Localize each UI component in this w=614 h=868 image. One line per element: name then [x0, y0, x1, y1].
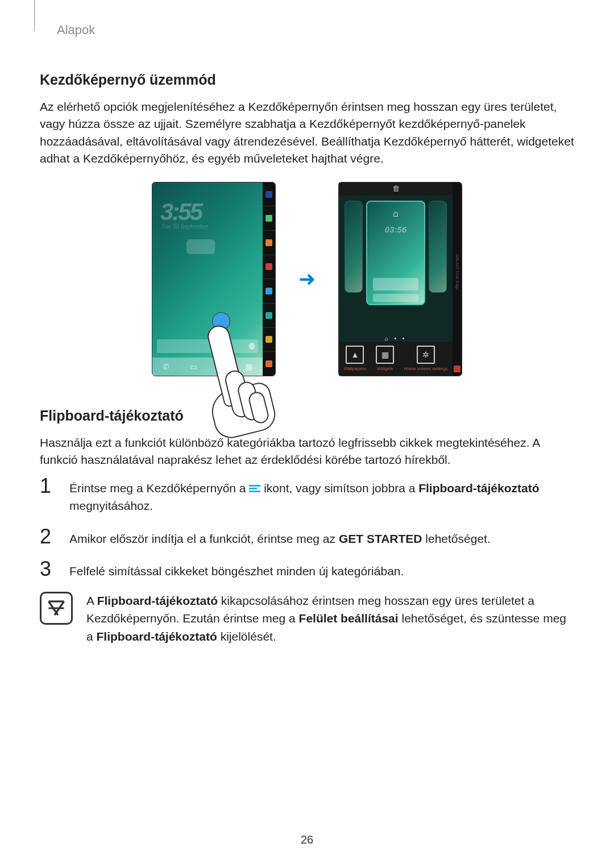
- messages-icon: ▭: [217, 362, 225, 371]
- note-b1: Flipboard-tájékoztató: [97, 594, 218, 607]
- phone-app-icon: [265, 215, 272, 222]
- para-flipboard: Használja ezt a funkciót különböző kateg…: [40, 434, 574, 469]
- fig-widget-blur: [186, 239, 215, 254]
- wallpaper-icon: ▲: [346, 346, 364, 364]
- camera-app-icon: [265, 312, 272, 319]
- mail-app-icon: [265, 263, 272, 270]
- fig-opt-settings-label: Home screen settings: [404, 366, 447, 371]
- fig-panel-right: [429, 201, 447, 293]
- fig-search-bar: [157, 339, 258, 353]
- step-1-bold: Flipboard-tájékoztató: [418, 481, 539, 495]
- note-b3: Flipboard-tájékoztató: [97, 630, 217, 643]
- flipboard-tile-icon: [249, 485, 260, 493]
- phone-icon: ✆: [163, 362, 169, 371]
- star-icon: [265, 191, 272, 198]
- fig-opt-widgets: ▦ Widgets: [376, 346, 394, 371]
- step-3-text: Felfelé simítással cikkeket böngészhet m…: [69, 559, 404, 580]
- contacts-icon: ▭: [190, 362, 197, 371]
- apps-icon: ▦: [245, 362, 252, 371]
- step-number-2: 2: [40, 526, 57, 547]
- fig-thumb-nav: [373, 294, 418, 302]
- step-2-b: lehetőséget.: [422, 532, 491, 545]
- note-b2: Felület beállításai: [299, 612, 399, 625]
- figure-phone-after: 🗑 ⌂ 03:56 ⌂ • • ▲ Wallpapers: [338, 182, 462, 376]
- fig-clock: 3:55: [160, 198, 201, 226]
- contacts-app-icon: [265, 239, 272, 246]
- fig-topstrip: 🗑: [339, 182, 453, 195]
- fig-edge-panel-2: GALAXY Note Edge: [453, 182, 462, 376]
- step-1-a: Érintse meg a Kezdőképernyőn a: [69, 481, 249, 495]
- figure-phone-before: 3:55 Tue 30 September ✆ ▭ ▭ ▦: [152, 182, 276, 376]
- step-3: 3 Felfelé simítással cikkeket böngészhet…: [40, 559, 574, 580]
- step-1-c: megnyitásához.: [69, 499, 153, 512]
- fig-panel-main: ⌂ 03:56: [366, 201, 425, 305]
- note-block: A Flipboard-tájékoztató kikapcsolásához …: [40, 592, 574, 646]
- fig-opt-wallpapers: ▲ Wallpapers: [343, 346, 366, 371]
- mic-icon: [249, 343, 255, 350]
- arrow-right-icon: ➜: [298, 267, 316, 291]
- fig-opt-settings: ✲ Home screen settings: [404, 346, 447, 371]
- fig-panel-left: [345, 201, 363, 293]
- step-1-b: ikont, vagy simítson jobbra a: [264, 481, 418, 495]
- fig-thumb-clock: 03:56: [385, 225, 406, 234]
- step-number-3: 3: [40, 559, 57, 579]
- step-2-a: Amikor először indítja el a funkciót, ér…: [69, 532, 339, 545]
- page: Alapok Kezdőképernyő üzemmód Az elérhető…: [0, 0, 614, 868]
- page-number: 26: [0, 833, 614, 846]
- home-icon: ⌂: [393, 209, 399, 219]
- step-2-bold: GET STARTED: [339, 532, 422, 545]
- fig-edge-text: GALAXY Note Edge: [455, 254, 459, 290]
- fig-nav-bar: ✆ ▭ ▭ ▦: [152, 358, 263, 376]
- step-1-text: Érintse meg a Kezdőképernyőn a ikont, va…: [69, 476, 574, 515]
- note-text: A Flipboard-tájékoztató kikapcsolásához …: [86, 592, 574, 646]
- browser-app-icon: [265, 288, 272, 294]
- step-1: 1 Érintse meg a Kezdőképernyőn a ikont, …: [40, 476, 574, 515]
- step-2: 2 Amikor először indítja el a funkciót, …: [40, 526, 574, 548]
- fig-opt-wallpapers-label: Wallpapers: [343, 366, 366, 371]
- trash-icon: 🗑: [392, 184, 400, 193]
- top-rule: [28, 0, 35, 31]
- step-number-1: 1: [40, 476, 57, 496]
- gallery-app-icon: [265, 336, 272, 343]
- fig-options-row: ▲ Wallpapers ▦ Widgets ✲ Home screen set…: [339, 342, 453, 376]
- snote-icon: [454, 366, 460, 372]
- para-home-screen-mode: Az elérhető opciók megjelenítéséhez a Ke…: [40, 98, 574, 168]
- fig-date: Tue 30 September: [161, 223, 208, 230]
- fig-edge-panel: [263, 182, 275, 376]
- apps-grid-icon: [265, 360, 272, 367]
- fig-page-dots: ⌂ • •: [339, 335, 453, 342]
- note-a: A: [86, 594, 97, 607]
- figure-home-screen-edit: 3:55 Tue 30 September ✆ ▭ ▭ ▦: [40, 182, 574, 376]
- step-3-a: Felfelé simítással cikkeket böngészhet m…: [69, 564, 404, 578]
- widgets-icon: ▦: [376, 346, 394, 364]
- note-e: kijelölését.: [217, 630, 276, 643]
- gear-icon: ✲: [417, 346, 435, 364]
- fig-opt-widgets-label: Widgets: [377, 366, 393, 371]
- chapter-label: Alapok: [40, 23, 574, 38]
- note-icon: [40, 592, 73, 625]
- heading-home-screen-mode: Kezdőképernyő üzemmód: [40, 72, 574, 88]
- step-2-text: Amikor először indítja el a funkciót, ér…: [69, 526, 491, 548]
- fig-thumb-bar: [373, 278, 418, 290]
- heading-flipboard: Flipboard-tájékoztató: [40, 408, 574, 424]
